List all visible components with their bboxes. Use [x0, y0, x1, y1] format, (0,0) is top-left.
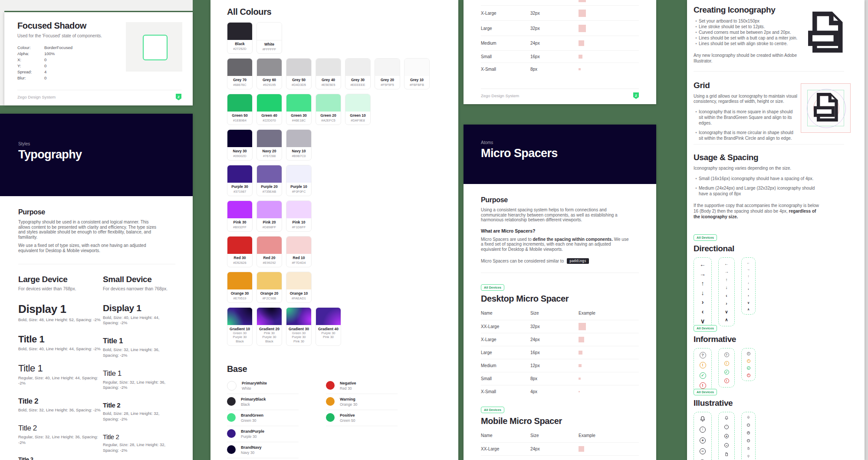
column-header: Example	[579, 433, 595, 438]
spacer-row: Small8px	[481, 372, 639, 385]
arrow-up-icon: ↑	[748, 275, 750, 278]
colour-swatch[interactable]: Grey 20#F5F5F5	[375, 58, 400, 89]
micro-spacers-page[interactable]: Atoms Micro Spacers Purpose Using a cons…	[464, 125, 656, 460]
colour-hex: #F7D4D4	[287, 261, 310, 265]
colour-swatch[interactable]: Grey 30#EEEEEE	[345, 58, 371, 89]
colour-swatch[interactable]: Navy 20#767288	[256, 129, 282, 161]
colour-swatch[interactable]: Grey 60#929195	[256, 58, 282, 89]
colour-swatch[interactable]: Green 40#22D070	[256, 94, 282, 125]
gradient-swatch[interactable]: Gradient 10Green 30Purple 30Black	[227, 307, 253, 346]
gradient-swatch[interactable]: Gradient 40Purple 30Pink 30	[316, 307, 341, 346]
colour-label: Grey 50#D4D3D5	[286, 76, 311, 89]
base-colour-row: PrimaryWhiteWhite	[227, 381, 299, 394]
bullet-dot: •	[694, 18, 699, 24]
colour-swatch[interactable]: Red 30#D52626	[227, 236, 253, 267]
success-circle-icon: ✓	[724, 370, 729, 375]
colour-swatch[interactable]: Navy 30#09002D	[227, 129, 253, 161]
chevron-left-icon: ‹	[748, 288, 749, 291]
large-device-heading: Large Device	[18, 275, 103, 284]
colour-label: White#FFFFFF	[257, 40, 282, 53]
bullet-text: Set your artboard to 150x150px	[699, 18, 760, 24]
colour-hex: #D898FF	[258, 225, 281, 229]
colour-swatch[interactable]: Green 20#A2EFC5	[316, 94, 341, 125]
gradient-composition: Purple 30	[317, 331, 340, 335]
arrow-up-circle-icon: ↑	[747, 424, 750, 427]
colour-hex: #D4D3D5	[287, 83, 310, 87]
divider	[18, 264, 175, 264]
colour-chip	[257, 23, 282, 40]
size-name: X-Large	[481, 11, 530, 16]
column-header: Size	[530, 311, 579, 315]
page-title: Typography	[18, 148, 193, 161]
gradient-label: Gradient 30Green 30Purple 30Pink 30	[286, 325, 311, 345]
usage-intro: Iconography spacing varies depending on …	[694, 166, 840, 171]
colour-swatch[interactable]: Grey 50#D4D3D5	[286, 58, 312, 89]
arrow-up-circle-icon: ↑	[700, 427, 706, 433]
colour-swatch[interactable]: Red 20#E99292	[256, 236, 282, 267]
document-icon	[814, 92, 838, 124]
bullet-text: Lines should be set with a butt cap and …	[699, 35, 797, 41]
divider	[694, 144, 844, 145]
colour-swatch[interactable]: Purple 10#F0F0FC	[286, 165, 312, 196]
colour-hex: #735EAB	[258, 190, 281, 194]
colour-swatch[interactable]: Grey 40#E5E5E5	[316, 58, 341, 89]
spacer-name: Small	[481, 376, 530, 381]
chevron-up-icon: ∧	[747, 308, 750, 311]
colour-swatch[interactable]: Purple 30#371987	[227, 165, 253, 196]
divider	[694, 71, 844, 72]
icon-sizes-card[interactable]: X-Large32pxLarge32pxMedium24pxSmall16pxX…	[464, 0, 656, 104]
example-square	[579, 378, 581, 380]
gradient-swatch[interactable]: Gradient 20Pink 30Purple 30Black	[256, 307, 282, 346]
purpose-heading: Purpose	[18, 208, 175, 216]
colour-swatch[interactable]: Pink 30#B932FF	[227, 200, 253, 232]
colours-heading: All Colours	[227, 7, 458, 17]
base-colour-text: BrandGreenGreen 30	[241, 413, 263, 423]
informative-icon-columns: ?!✓!?!✓!?!✓!	[694, 348, 756, 393]
colour-swatch[interactable]: White#FFFFFF	[256, 22, 282, 54]
colour-swatch[interactable]: Purple 20#735EAB	[256, 165, 282, 196]
circle-icon: +	[700, 437, 706, 444]
colour-swatch[interactable]: Pink 10#F1D6FF	[286, 200, 312, 232]
gradient-label: Gradient 10Green 30Purple 30Black	[227, 325, 252, 345]
colour-swatch[interactable]: Orange 20#F2C96B	[256, 272, 282, 303]
colour-swatch[interactable]: Grey 70#68676C	[227, 58, 253, 89]
colour-chip	[316, 59, 341, 76]
colour-swatch[interactable]: Pink 20#D898FF	[256, 200, 282, 232]
base-colour-ref: Black	[241, 402, 266, 407]
colour-swatch[interactable]: Black#27252D	[227, 22, 253, 54]
spacer-size: 24px	[530, 337, 579, 342]
plus-circle-icon: +	[747, 431, 750, 434]
colour-hex: #A2EFC5	[317, 118, 340, 122]
focused-shadow-card[interactable]: Focused Shadow Used for the 'Focused' st…	[4, 12, 193, 105]
colour-row: Purple 30#371987Purple 20#735EABPurple 1…	[227, 165, 458, 196]
colour-hex: #09002D	[228, 154, 251, 158]
type-style-specimen: Display 1Bold, Size: 48, Line Height: 52…	[18, 303, 103, 323]
spacer-size: 24px	[530, 447, 579, 451]
colour-swatch[interactable]: Orange 10#FAEAD1	[286, 272, 312, 303]
colour-swatch[interactable]: Green 30#46E18C	[286, 94, 312, 125]
colour-hex: #EEEEEE	[346, 83, 369, 87]
colour-swatch[interactable]: Red 10#F7D4D4	[286, 236, 312, 267]
bullet-dot: •	[694, 130, 699, 141]
colour-row: Pink 30#B932FFPink 20#D898FFPink 10#F1D6…	[227, 200, 458, 232]
typography-page[interactable]: Styles Typography Purpose Typography sho…	[0, 114, 193, 460]
colour-swatch[interactable]: Orange 30#E79519	[227, 272, 253, 303]
colour-swatch[interactable]: Green 50#1EB964	[227, 94, 253, 125]
gradient-row: Gradient 10Green 30Purple 30BlackGradien…	[227, 307, 458, 346]
what-are-heading: What are Micro Spacers?	[481, 228, 639, 233]
colour-chip	[227, 165, 252, 183]
creating-iconography-heading: Creating Iconography	[694, 5, 809, 15]
page-eyebrow: Atoms	[481, 140, 656, 145]
base-colour-row: WarningOrange 30	[326, 397, 398, 410]
colour-swatch[interactable]: Green 10#DAF9E8	[345, 94, 371, 125]
type-style-name: Display 1	[103, 303, 175, 313]
warning-circle-icon: !	[700, 362, 706, 368]
column-header: Size	[530, 433, 579, 438]
colour-swatch[interactable]: Navy 10#B9B7C0	[286, 129, 312, 161]
iconography-page[interactable]: Creating Iconography •Set your artboard …	[687, 0, 865, 460]
colour-swatch[interactable]: Grey 10#FBFBFB	[404, 58, 430, 89]
gradient-swatch[interactable]: Gradient 30Green 30Purple 30Pink 30	[286, 307, 312, 346]
all-colours-page[interactable]: All Colours Black#27252DWhite#FFFFFFGrey…	[210, 0, 458, 460]
example-square	[579, 351, 582, 355]
colour-label: Purple 30#371987	[227, 183, 252, 196]
